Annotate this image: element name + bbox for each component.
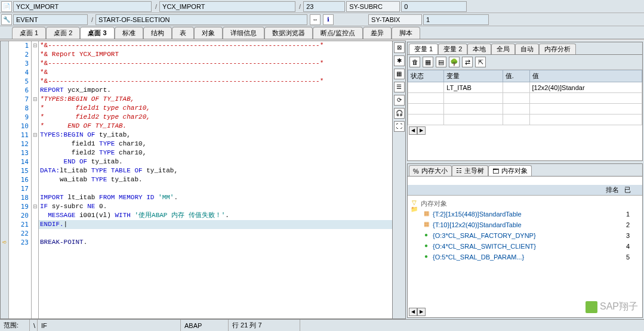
scroll-left-icon[interactable]: ◀ (409, 126, 417, 135)
main-tab[interactable]: 标准 (115, 27, 143, 39)
editor-side-toolbar: ⊠✱▦☰⟳🎧⛶ (392, 41, 405, 318)
language-label: ABAP (181, 320, 229, 331)
variables-tab[interactable]: 全局 (491, 44, 515, 54)
fold-column[interactable]: ⊟⊟⊟⊟ (32, 41, 39, 318)
main-tab[interactable]: 桌面 2 (46, 27, 80, 39)
header-row-1: 📄 YCX_IMPORT / YCX_IMPORT / 23 SY-SUBRC … (0, 0, 644, 13)
main-tab[interactable]: 结构 (143, 27, 172, 39)
tab-icon: 🗔 (492, 168, 499, 175)
separator: / (299, 3, 301, 10)
variables-panel: 变量 1变量 2本地全局自动内存分析 🗑▦▤🌳⇄⇱ 状态变量值.值 LT_ITA… (407, 42, 643, 161)
code-editor: ➪ 1234567891011121314151617181920212223 … (0, 41, 406, 319)
variables-tab[interactable]: 变量 2 (438, 44, 467, 54)
tree-item[interactable]: ●{O:5*CL_SRAL_DB_PARAM...}5 (410, 252, 640, 262)
watermark: SAP翔子 (586, 301, 638, 313)
main-tab[interactable]: 差异 (363, 27, 392, 39)
memory-tree-header: 排名 已 (408, 185, 642, 196)
tree-item[interactable]: ▦{T:10}[12x2(40)]StandardTable2 (410, 219, 640, 230)
var-col-header[interactable]: 状态 (408, 70, 444, 82)
tab-icon: % (413, 168, 419, 175)
scroll-left-icon[interactable]: ◀ (409, 308, 417, 316)
sy-subrc-label: SY-SUBRC (346, 1, 400, 12)
cursor-position: 行 21 列 7 (229, 320, 300, 331)
editor-tool-button[interactable]: ✱ (394, 55, 405, 66)
editor-tool-button[interactable]: 🎧 (394, 108, 405, 119)
scroll-right-icon[interactable]: ▶ (417, 126, 426, 135)
main-tab[interactable]: 对象 (194, 27, 223, 39)
var-col-header[interactable]: 值. (503, 70, 529, 82)
editor-tool-button[interactable]: ⛶ (394, 121, 405, 132)
trash-icon[interactable]: 🗑 (409, 57, 420, 67)
main-tab[interactable]: 详细信息 (223, 27, 264, 39)
link-icon[interactable]: ⇄ (462, 57, 473, 67)
var-col-header[interactable]: 变量 (444, 70, 503, 82)
table-row[interactable] (408, 93, 642, 104)
tab-icon: ☷ (456, 167, 462, 175)
tree-item[interactable]: ▦{T:2}[1x15(448)]StandardTable1 (410, 209, 640, 219)
table-row[interactable]: LT_ITAB[12x2(40)]Standar (408, 82, 642, 93)
main-tab[interactable]: 数据浏览器 (264, 27, 313, 39)
variables-tab[interactable]: 变量 1 (409, 44, 438, 54)
header-row-2: 🔧 EVENT / START-OF-SELECTION ↔ ℹ SY-TABI… (0, 13, 644, 26)
main-tab[interactable]: 脚本 (392, 27, 420, 39)
wechat-icon (586, 301, 597, 313)
line-number-field[interactable]: 23 (303, 1, 345, 12)
tree-icon[interactable]: 🌳 (449, 57, 460, 67)
main-tab[interactable]: 表 (172, 27, 194, 39)
main-tab[interactable]: 断点/监控点 (313, 27, 363, 39)
memory-tree[interactable]: ▽📁内存对象▦{T:2}[1x15(448)]StandardTable1▦{T… (408, 196, 642, 307)
main-tab[interactable]: 桌面 3 (80, 27, 114, 39)
separator: / (155, 3, 157, 10)
program-name-1[interactable]: YCX_IMPORT (13, 1, 152, 12)
editor-tool-button[interactable]: ▦ (394, 69, 405, 79)
variables-tabstrip: 变量 1变量 2本地全局自动内存分析 (408, 42, 642, 55)
memory-tab[interactable]: 🗔内存对象 (488, 165, 532, 176)
scope-label: 范围: (0, 320, 30, 331)
code-text-area[interactable]: *&--------------------------------------… (39, 41, 392, 318)
program-name-2[interactable]: YCX_IMPORT (159, 1, 295, 12)
tree-item[interactable]: ●{O:4*CL_SRAL_SWITCH_CLIENT}4 (410, 241, 640, 252)
hscroll[interactable]: ◀ ▶ (408, 125, 642, 136)
table-row[interactable] (408, 104, 642, 115)
main-tab[interactable]: 桌面 1 (12, 27, 46, 39)
memory-tab[interactable]: ☷主导树 (452, 165, 488, 176)
export-icon[interactable]: ⇱ (475, 57, 486, 67)
memory-panel: %内存大小☷主导树🗔内存对象 排名 已 ▽📁内存对象▦{T:2}[1x15(44… (407, 163, 643, 318)
line-number-column: 1234567891011121314151617181920212223 (9, 41, 32, 318)
editor-tool-button[interactable]: ⟳ (394, 95, 405, 106)
sy-subrc-value[interactable]: 0 (401, 1, 467, 12)
event-label: EVENT (13, 14, 88, 25)
obj-icon: ● (422, 242, 430, 250)
sy-tabix-value[interactable]: 1 (423, 14, 489, 25)
table-icon: ▦ (422, 221, 430, 229)
variables-tab[interactable]: 内存分析 (539, 44, 576, 54)
editor-tool-button[interactable]: ☰ (394, 82, 405, 92)
grid-icon[interactable]: ▦ (423, 57, 433, 67)
separator: / (91, 16, 93, 23)
obj-icon: ● (422, 231, 430, 240)
program-icon[interactable]: 📄 (1, 1, 12, 12)
event-icon[interactable]: 🔧 (1, 14, 12, 25)
nav-icon-2[interactable]: ℹ (323, 14, 334, 25)
table-icon: ▦ (422, 210, 430, 218)
breakpoint-gutter[interactable]: ➪ (1, 41, 9, 318)
grid2-icon[interactable]: ▤ (436, 57, 446, 67)
scroll-right-icon[interactable]: ▶ (417, 308, 426, 316)
scope-sep: \ (30, 320, 38, 331)
sy-tabix-label: SY-TABIX (368, 14, 422, 25)
variables-tab[interactable]: 本地 (467, 44, 491, 54)
variables-toolbar: 🗑▦▤🌳⇄⇱ (408, 55, 642, 70)
variables-table[interactable]: 状态变量值.值 LT_ITAB[12x2(40)]Standar (408, 70, 642, 125)
variables-tab[interactable]: 自动 (515, 44, 539, 54)
memory-tab[interactable]: %内存大小 (409, 165, 452, 176)
table-row[interactable] (408, 115, 642, 125)
status-bar: 范围: \ IF ABAP 行 21 列 7 (0, 319, 644, 331)
folder-icon: ▽📁 (410, 199, 418, 208)
nav-icon-1[interactable]: ↔ (310, 14, 321, 25)
event-value[interactable]: START-OF-SELECTION (95, 14, 307, 25)
editor-tool-button[interactable]: ⊠ (394, 42, 405, 53)
tree-root[interactable]: ▽📁内存对象 (410, 198, 640, 209)
var-col-header[interactable]: 值 (529, 70, 642, 82)
tree-root-label: 内存对象 (421, 199, 640, 208)
tree-item[interactable]: ●{O:3*CL_SRAL_FACTORY_DYNP}3 (410, 230, 640, 241)
